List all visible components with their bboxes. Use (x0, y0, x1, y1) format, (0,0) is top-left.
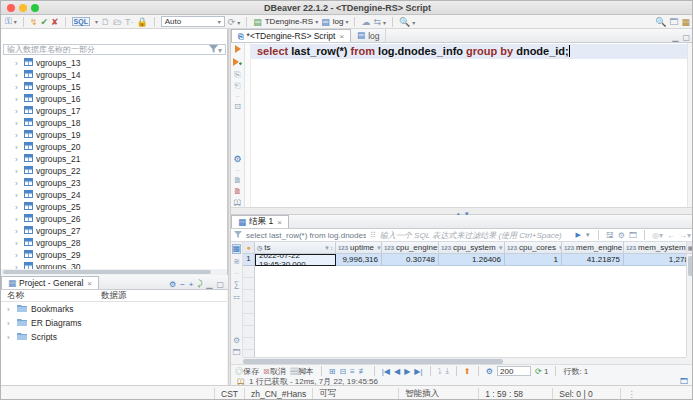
commit-mode-select[interactable]: Auto▾ (161, 16, 225, 27)
tree-item-vgroup[interactable]: › vgroups_30 (1, 261, 227, 269)
status-more-icon[interactable]: ⋮ (620, 388, 642, 400)
perspective-icon[interactable]: ▦ (681, 17, 690, 27)
close-icon[interactable]: × (339, 32, 344, 41)
apply-filter-icon[interactable]: ▶ (575, 231, 580, 239)
options-icon[interactable]: ◎▾ (652, 231, 663, 240)
editor-results-sash[interactable]: ▲ ▼ (231, 207, 693, 215)
column-header[interactable]: 123 uptime ▼↕ (336, 242, 382, 254)
save-to-file-icon[interactable]: 🗎 (234, 177, 242, 185)
editor-settings-gear-icon[interactable]: ⚙ (233, 155, 241, 164)
chevron-right-icon[interactable]: › (15, 143, 21, 152)
sql-statement[interactable]: select last_row(*) from log.dnodes_info … (257, 45, 570, 58)
filter-save-icon[interactable]: 🖫 (606, 231, 614, 240)
tree-item-vgroup[interactable]: › vgroups_29 (1, 249, 227, 261)
execute-new-tab-icon[interactable] (233, 58, 242, 68)
editor-vscrollbar[interactable] (687, 43, 693, 207)
rollback-icon[interactable]: ✘ (51, 17, 59, 27)
commit-icon[interactable]: ↯ (30, 17, 38, 27)
grid-cell[interactable]: 1 (505, 254, 562, 266)
filter-settings-icon[interactable]: ⚙ (618, 231, 625, 240)
tree-item-vgroup[interactable]: › vgroups_27 (1, 225, 227, 237)
column-header[interactable]: ◷ ts ▼↕ (255, 242, 336, 254)
chevron-right-icon[interactable]: › (7, 305, 13, 314)
tree-item-vgroup[interactable]: › vgroups_19 (1, 129, 227, 141)
metadata-panel-icon[interactable]: ⚙ (233, 337, 240, 345)
chevron-right-icon[interactable]: › (15, 191, 21, 200)
status-caret-position[interactable]: 1 : 59 : 58 (478, 388, 552, 400)
tree-item-vgroup[interactable]: › vgroups_26 (1, 213, 227, 225)
chevron-right-icon[interactable]: › (15, 227, 21, 236)
column-header[interactable]: 123 mem_engine ▼↕ (562, 242, 624, 254)
refresh-icon[interactable]: ⟳▾ (228, 17, 241, 27)
first-record-icon[interactable]: |◀ (382, 367, 390, 376)
grid-corner-key-icon[interactable]: ● (243, 242, 254, 254)
results-filter-input[interactable]: 输入一个 SQL 表达式来过滤结果 (使用 Ctrl+Space) (380, 230, 572, 241)
maximize-editor-icon[interactable]: ▢ (682, 33, 690, 42)
duplicate-row-icon[interactable]: ⊟ (339, 367, 346, 376)
tree-item-vgroup[interactable]: › vgroups_28 (1, 237, 227, 249)
search-icon[interactable]: 🔍▾ (399, 17, 415, 27)
tree-item-vgroup[interactable]: › vgroups_14 (1, 69, 227, 81)
last-record-icon[interactable]: ▶| (414, 367, 422, 376)
grid-cell[interactable]: 0.30748 (382, 254, 439, 266)
maximize-panel-icon[interactable]: ▢ (216, 280, 224, 289)
text-view-icon[interactable]: ≋ (233, 258, 240, 266)
tree-item-vgroup[interactable]: › vgroups_20 (1, 141, 227, 153)
next-record-icon[interactable]: ▶ (404, 367, 410, 376)
edit-row-icon[interactable]: ≢ (359, 367, 367, 376)
column-filter-sort-icon[interactable]: ▼↕ (498, 245, 505, 251)
lock-icon[interactable]: 🔒 (136, 17, 147, 27)
column-header[interactable]: 123 cpu_system ▼↕ (439, 242, 505, 254)
close-icon[interactable]: × (277, 218, 282, 227)
refresh-panel-icon[interactable]: ⤸ (197, 279, 202, 289)
chevron-right-icon[interactable]: › (15, 119, 21, 128)
tree-item-vgroup[interactable]: › vgroups_22 (1, 165, 227, 177)
chevron-right-icon[interactable]: › (7, 333, 13, 342)
templates-icon[interactable]: 🕮 (234, 199, 242, 207)
quick-search-icon[interactable]: 🔍 (655, 17, 666, 27)
forward-icon[interactable]: →▾ (679, 231, 691, 240)
grid-row-1[interactable]: 2022-07-22 19:45:30.000 9,996,316 0.3074… (255, 254, 686, 266)
status-insert-mode[interactable]: 智能插入 (398, 388, 478, 400)
panels-icon[interactable]: 🗔 (629, 231, 637, 240)
tree-item-vgroup[interactable]: › vgroups_17 (1, 105, 227, 117)
value-panel-icon[interactable]: ⚏ (233, 293, 240, 301)
fetch-size-input[interactable]: 200 (497, 366, 531, 376)
column-config-icon[interactable]: ▦ (687, 242, 693, 254)
chevron-right-icon[interactable]: › (15, 203, 21, 212)
tab-sql-script[interactable]: ⎘ *<TDengine-RS> Script× (231, 29, 351, 42)
project-tree-item[interactable]: › ER Diagrams (1, 316, 227, 330)
minimize-panel-icon[interactable]: ▁ (206, 280, 212, 289)
grid-cell[interactable]: 41.21875 (562, 254, 624, 266)
chevron-right-icon[interactable]: › (7, 319, 13, 328)
column-name[interactable]: 名称 (1, 290, 101, 302)
back-icon[interactable]: ← (667, 231, 675, 240)
tree-item-vgroup[interactable]: › vgroups_18 (1, 117, 227, 129)
sql-editor[interactable] (231, 43, 693, 207)
chevron-right-icon[interactable]: › (15, 179, 21, 188)
grid-cell[interactable]: 1.26406 (439, 254, 505, 266)
export-data-icon[interactable]: ⬆ (464, 367, 471, 376)
tree-item-vgroup[interactable]: › vgroups_16 (1, 93, 227, 105)
commit-ok-icon[interactable]: ✔ (40, 17, 48, 27)
add-row-icon[interactable]: ⊞ (329, 367, 336, 376)
close-icon[interactable]: × (87, 279, 92, 288)
text-tools-icon[interactable]: T· (125, 17, 134, 27)
results-vscrollbar[interactable]: ▦ (686, 242, 693, 357)
execute-statement-icon[interactable] (234, 45, 242, 55)
tree-item-vgroup[interactable]: › vgroups_21 (1, 153, 227, 165)
export-panel-icon[interactable]: 🗔 (233, 349, 241, 357)
query-panel-icon[interactable]: ⊡ (234, 103, 241, 111)
filter-funnel-icon[interactable]: ▾ (209, 45, 222, 55)
auto-refresh-icon[interactable]: ⟳ 1 (535, 367, 548, 376)
column-header[interactable]: 123 mem_system ▼↕ (624, 242, 686, 254)
grid-settings-gear-icon[interactable]: ⚙ (486, 367, 493, 376)
project-tree-item[interactable]: › Scripts (1, 330, 227, 344)
row-number[interactable]: 1 (243, 254, 254, 266)
tab-log-db[interactable]: ▤ log (351, 29, 386, 42)
chevron-right-icon[interactable]: › (15, 155, 21, 164)
open-perspective-icon[interactable]: 🗔 (669, 17, 678, 27)
tree-item-vgroup[interactable]: › vgroups_23 (1, 177, 227, 189)
tree-item-vgroup[interactable]: › vgroups_15 (1, 81, 227, 93)
collapse-icon[interactable]: − (180, 280, 185, 289)
